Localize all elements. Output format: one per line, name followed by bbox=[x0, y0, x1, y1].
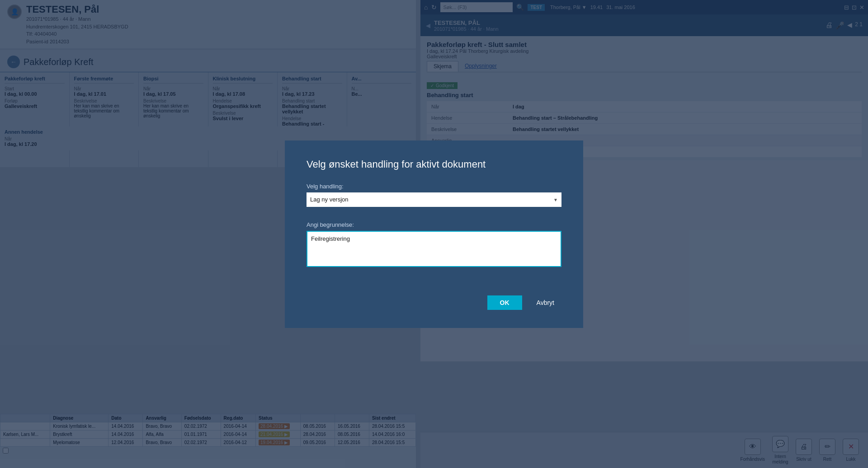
reason-textarea[interactable] bbox=[307, 231, 561, 267]
modal-title: Velg ønsket handling for aktivt dokument bbox=[307, 159, 561, 170]
modal-buttons: OK Avbryt bbox=[307, 295, 561, 310]
cancel-button[interactable]: Avbryt bbox=[529, 295, 561, 310]
action-label: Velg handling: bbox=[307, 183, 561, 190]
modal-dialog: Velg ønsket handling for aktivt dokument… bbox=[285, 140, 583, 328]
action-select-wrapper[interactable]: Lag ny versjonSlettKorriger bbox=[307, 192, 561, 207]
action-select[interactable]: Lag ny versjonSlettKorriger bbox=[307, 192, 561, 207]
modal-overlay: Velg ønsket handling for aktivt dokument… bbox=[0, 0, 868, 468]
reason-label: Angi begrunnelse: bbox=[307, 221, 561, 228]
ok-button[interactable]: OK bbox=[487, 295, 522, 310]
